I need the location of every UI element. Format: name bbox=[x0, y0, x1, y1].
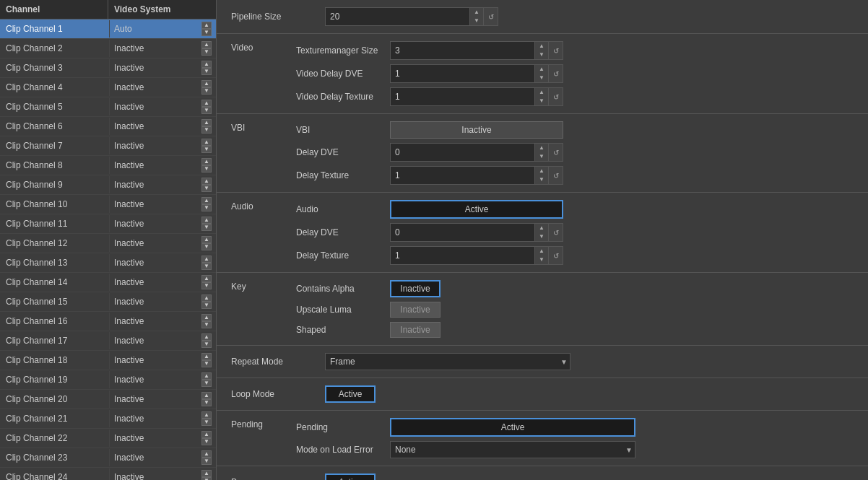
channel-spinner-down[interactable]: ▼ bbox=[201, 29, 212, 36]
texture-manager-down[interactable]: ▼ bbox=[535, 51, 548, 59]
channel-row[interactable]: Clip Channel 14Inactive▲▼ bbox=[0, 273, 216, 292]
texture-manager-reload[interactable]: ↺ bbox=[548, 42, 563, 59]
channel-status[interactable]: Inactive▲▼ bbox=[110, 351, 216, 370]
channel-row[interactable]: Clip Channel 3Inactive▲▼ bbox=[0, 58, 216, 78]
channel-status[interactable]: Inactive▲▼ bbox=[110, 234, 216, 253]
channel-row[interactable]: Clip Channel 13Inactive▲▼ bbox=[0, 253, 216, 273]
shaped-button[interactable]: Inactive bbox=[390, 322, 440, 338]
video-delay-dve-down[interactable]: ▼ bbox=[535, 74, 548, 82]
channel-spinner-down[interactable]: ▼ bbox=[201, 458, 212, 465]
channel-status[interactable]: Inactive▲▼ bbox=[110, 312, 216, 331]
channel-spinner-down[interactable]: ▼ bbox=[201, 380, 212, 387]
channel-spinner-down[interactable]: ▼ bbox=[201, 419, 212, 426]
pipeline-size-up[interactable]: ▲ bbox=[470, 8, 483, 17]
channel-spinner-up[interactable]: ▲ bbox=[201, 158, 212, 165]
video-delay-texture-down[interactable]: ▼ bbox=[535, 97, 548, 105]
channel-spinner-up[interactable]: ▲ bbox=[201, 197, 212, 204]
channel-status[interactable]: Inactive▲▼ bbox=[110, 195, 216, 214]
channel-row[interactable]: Clip Channel 21Inactive▲▼ bbox=[0, 409, 216, 429]
vbi-status-button[interactable]: Inactive bbox=[390, 121, 563, 139]
channel-status[interactable]: Inactive▲▼ bbox=[110, 175, 216, 194]
pipeline-size-down[interactable]: ▼ bbox=[470, 17, 483, 25]
channel-status[interactable]: Auto▲▼ bbox=[110, 19, 216, 38]
channel-spinner-down[interactable]: ▼ bbox=[201, 438, 212, 445]
audio-delay-dve-down[interactable]: ▼ bbox=[535, 232, 548, 241]
channel-spinner-up[interactable]: ▲ bbox=[201, 353, 212, 360]
channel-spinner-down[interactable]: ▼ bbox=[201, 341, 212, 348]
channel-row[interactable]: Clip Channel 1Auto▲▼ bbox=[0, 19, 216, 39]
channel-spinner-up[interactable]: ▲ bbox=[201, 256, 212, 263]
channel-spinner-down[interactable]: ▼ bbox=[201, 87, 212, 95]
channel-spinner-down[interactable]: ▼ bbox=[201, 263, 212, 270]
vbi-delay-texture-reload[interactable]: ↺ bbox=[548, 167, 563, 184]
audio-delay-dve-input[interactable] bbox=[391, 224, 534, 240]
channel-spinner-down[interactable]: ▼ bbox=[201, 302, 212, 309]
channel-spinner-up[interactable]: ▲ bbox=[201, 372, 212, 380]
audio-delay-texture-input[interactable] bbox=[391, 248, 534, 263]
channel-spinner-up[interactable]: ▲ bbox=[201, 119, 212, 126]
contains-alpha-button[interactable]: Inactive bbox=[390, 280, 440, 297]
channel-row[interactable]: Clip Channel 16Inactive▲▼ bbox=[0, 312, 216, 331]
texture-manager-input[interactable] bbox=[391, 43, 534, 58]
channel-row[interactable]: Clip Channel 6Inactive▲▼ bbox=[0, 117, 216, 136]
channel-row[interactable]: Clip Channel 19Inactive▲▼ bbox=[0, 370, 216, 390]
channel-spinner-up[interactable]: ▲ bbox=[201, 411, 212, 419]
channel-spinner-up[interactable]: ▲ bbox=[201, 392, 212, 399]
video-delay-dve-reload[interactable]: ↺ bbox=[548, 65, 563, 82]
channel-spinner-up[interactable]: ▲ bbox=[201, 80, 212, 87]
channel-spinner-down[interactable]: ▼ bbox=[201, 321, 212, 328]
channel-spinner-down[interactable]: ▼ bbox=[201, 477, 212, 480]
audio-delay-dve-up[interactable]: ▲ bbox=[535, 224, 548, 232]
channel-spinner-up[interactable]: ▲ bbox=[201, 236, 212, 243]
channel-spinner-down[interactable]: ▼ bbox=[201, 185, 212, 192]
pending-status-button[interactable]: Active bbox=[390, 418, 635, 437]
channel-status[interactable]: Inactive▲▼ bbox=[110, 78, 216, 97]
channel-spinner-up[interactable]: ▲ bbox=[201, 275, 212, 282]
channel-status[interactable]: Inactive▲▼ bbox=[110, 97, 216, 116]
pipeline-size-reload[interactable]: ↺ bbox=[483, 8, 498, 25]
audio-status-button[interactable]: Active bbox=[390, 200, 563, 219]
channel-status[interactable]: Inactive▲▼ bbox=[110, 468, 216, 480]
channel-status[interactable]: Inactive▲▼ bbox=[110, 390, 216, 409]
vbi-delay-dve-input[interactable] bbox=[391, 144, 534, 160]
channel-spinner-down[interactable]: ▼ bbox=[201, 165, 212, 173]
channel-spinner-up[interactable]: ▲ bbox=[201, 100, 212, 107]
channel-spinner-up[interactable]: ▲ bbox=[201, 294, 212, 302]
vbi-delay-dve-up[interactable]: ▲ bbox=[535, 144, 548, 152]
channel-spinner-down[interactable]: ▼ bbox=[201, 68, 212, 75]
channel-row[interactable]: Clip Channel 9Inactive▲▼ bbox=[0, 175, 216, 195]
pipeline-size-input[interactable] bbox=[326, 9, 469, 25]
channel-status[interactable]: Inactive▲▼ bbox=[110, 117, 216, 136]
channel-spinner-down[interactable]: ▼ bbox=[201, 204, 212, 211]
channel-row[interactable]: Clip Channel 18Inactive▲▼ bbox=[0, 351, 216, 370]
channel-spinner-down[interactable]: ▼ bbox=[201, 224, 212, 231]
channel-row[interactable]: Clip Channel 22Inactive▲▼ bbox=[0, 429, 216, 448]
channel-spinner-up[interactable]: ▲ bbox=[201, 470, 212, 477]
vbi-delay-texture-down[interactable]: ▼ bbox=[535, 175, 548, 184]
video-delay-dve-input[interactable] bbox=[391, 66, 534, 82]
channel-spinner-up[interactable]: ▲ bbox=[201, 22, 212, 29]
channel-spinner-down[interactable]: ▼ bbox=[201, 146, 212, 153]
loop-mode-button[interactable]: Active bbox=[325, 385, 376, 403]
video-delay-texture-input[interactable] bbox=[391, 89, 534, 105]
channel-status[interactable]: Inactive▲▼ bbox=[110, 58, 216, 77]
vbi-delay-dve-reload[interactable]: ↺ bbox=[548, 144, 563, 161]
channel-row[interactable]: Clip Channel 23Inactive▲▼ bbox=[0, 448, 216, 468]
audio-delay-dve-reload[interactable]: ↺ bbox=[548, 224, 563, 241]
video-delay-texture-up[interactable]: ▲ bbox=[535, 88, 548, 97]
channel-status[interactable]: Inactive▲▼ bbox=[110, 331, 216, 350]
channel-row[interactable]: Clip Channel 7Inactive▲▼ bbox=[0, 136, 216, 156]
channel-spinner-up[interactable]: ▲ bbox=[201, 41, 212, 48]
proxy-button[interactable]: Active bbox=[325, 474, 376, 480]
vbi-delay-texture-input[interactable] bbox=[391, 167, 534, 183]
channel-spinner-down[interactable]: ▼ bbox=[201, 107, 212, 114]
channel-row[interactable]: Clip Channel 15Inactive▲▼ bbox=[0, 292, 216, 312]
channel-row[interactable]: Clip Channel 12Inactive▲▼ bbox=[0, 234, 216, 253]
channel-status[interactable]: Inactive▲▼ bbox=[110, 409, 216, 428]
channel-row[interactable]: Clip Channel 5Inactive▲▼ bbox=[0, 97, 216, 117]
repeat-mode-select[interactable]: Frame Field None bbox=[325, 353, 570, 370]
channel-row[interactable]: Clip Channel 24Inactive▲▼ bbox=[0, 468, 216, 480]
channel-status[interactable]: Inactive▲▼ bbox=[110, 448, 216, 467]
audio-delay-texture-up[interactable]: ▲ bbox=[535, 247, 548, 256]
channel-row[interactable]: Clip Channel 2Inactive▲▼ bbox=[0, 39, 216, 58]
